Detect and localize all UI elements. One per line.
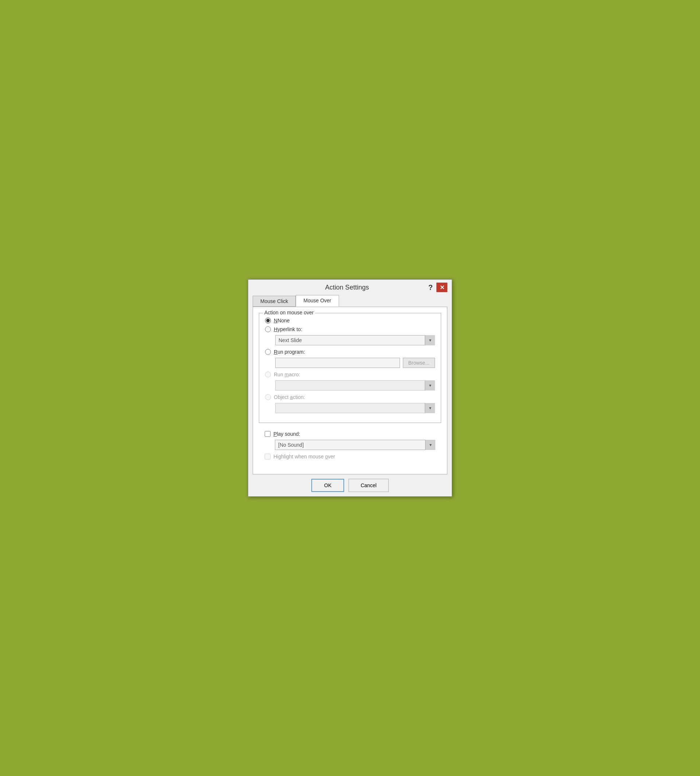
run-macro-option: Run macro: <box>265 372 435 377</box>
highlight-row: Highlight when mouse over <box>265 454 435 459</box>
tab-mouse-click[interactable]: Mouse Click <box>253 296 296 307</box>
object-action-select-wrapper: ▾ <box>275 403 435 413</box>
none-radio[interactable] <box>265 318 271 324</box>
hyperlink-label: Hyperlink to: <box>274 326 302 332</box>
program-path-input[interactable] <box>275 358 400 368</box>
run-program-label: Run program: <box>274 349 305 355</box>
browse-button[interactable]: Browse... <box>403 358 435 368</box>
hyperlink-select-wrapper: Next Slide Previous Slide First Slide La… <box>275 335 435 345</box>
object-action-option: Object action: <box>265 394 435 400</box>
group-legend: Action on mouse over <box>263 310 315 315</box>
run-program-option: Run program: <box>265 349 435 355</box>
macro-select[interactable] <box>275 380 435 391</box>
dialog-buttons: OK Cancel <box>248 474 452 496</box>
highlight-label: Highlight when mouse over <box>273 454 335 459</box>
none-label: NNoneNone <box>274 318 290 324</box>
action-settings-dialog: Action Settings ? ✕ Mouse Click Mouse Ov… <box>248 279 452 497</box>
play-sound-row: Play sound: <box>265 431 435 437</box>
run-macro-select-wrapper: ▾ <box>275 380 435 391</box>
tabs-bar: Mouse Click Mouse Over <box>248 295 452 307</box>
play-sound-select-wrapper: [No Sound] [Applause] [Arrow] [Camera] ▾ <box>275 440 435 450</box>
object-action-select[interactable] <box>275 403 435 413</box>
bottom-section: Play sound: [No Sound] [Applause] [Arrow… <box>259 427 441 468</box>
run-macro-radio[interactable] <box>265 372 271 377</box>
titlebar-controls: ? ✕ <box>427 283 447 292</box>
run-program-controls: Browse... <box>275 358 435 368</box>
none-option: NNoneNone <box>265 318 435 324</box>
cancel-button[interactable]: Cancel <box>348 479 388 492</box>
object-action-radio[interactable] <box>265 394 271 400</box>
action-group-box: Action on mouse over NNoneNone Hyperlink… <box>259 313 441 423</box>
sound-select[interactable]: [No Sound] [Applause] [Arrow] [Camera] <box>275 440 435 450</box>
hyperlink-radio[interactable] <box>265 326 271 332</box>
hyperlink-select[interactable]: Next Slide Previous Slide First Slide La… <box>275 335 435 345</box>
tab-content: Action on mouse over NNoneNone Hyperlink… <box>253 307 447 474</box>
run-macro-label: Run macro: <box>274 372 300 377</box>
play-sound-label: Play sound: <box>273 431 300 437</box>
help-button[interactable]: ? <box>427 283 434 292</box>
ok-button[interactable]: OK <box>312 479 344 492</box>
run-program-radio[interactable] <box>265 349 271 355</box>
titlebar: Action Settings ? ✕ <box>248 280 452 294</box>
play-sound-checkbox[interactable] <box>265 431 270 437</box>
dialog-title: Action Settings <box>267 284 427 291</box>
object-action-label: Object action: <box>274 394 305 400</box>
hyperlink-option: Hyperlink to: <box>265 326 435 332</box>
tab-mouse-over[interactable]: Mouse Over <box>296 295 339 307</box>
highlight-checkbox[interactable] <box>265 454 270 459</box>
close-button[interactable]: ✕ <box>437 283 447 292</box>
